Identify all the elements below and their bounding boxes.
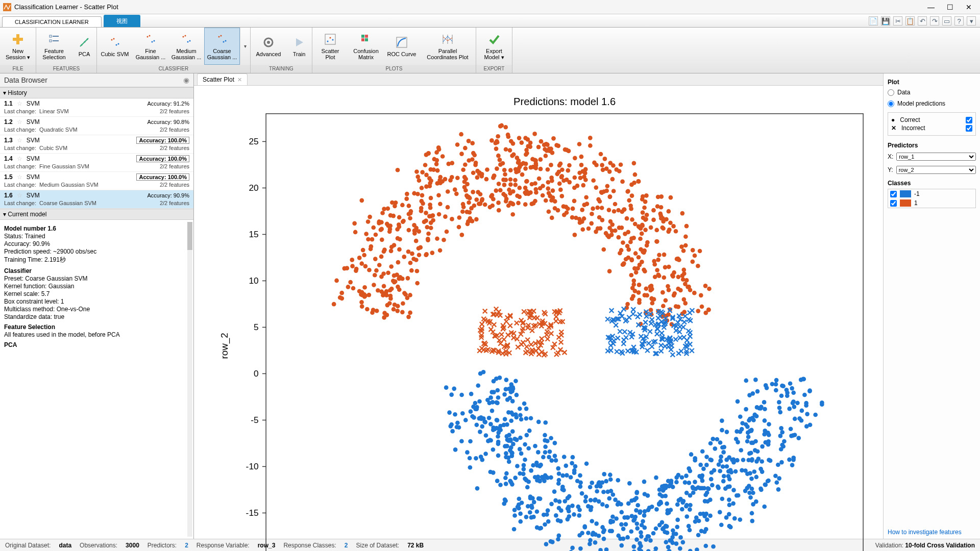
history-item-1.3[interactable]: 1.3☆SVMAccuracy: 100.0% Last change: Cub…	[0, 135, 193, 154]
history-list: 1.1☆SVMAccuracy: 91.2% Last change: Line…	[0, 98, 193, 209]
svg-point-1268	[760, 459, 764, 464]
radio-model-predictions[interactable]: Model predictions	[888, 100, 976, 107]
svg-point-278	[436, 193, 441, 197]
tab-classification-learner[interactable]: CLASSIFICATION LEARNER	[2, 16, 102, 27]
svg-point-1379	[807, 389, 812, 393]
svg-point-1431	[546, 508, 550, 513]
parallel-coords-button[interactable]: Parallel Coordinates Plot	[420, 28, 476, 65]
svg-point-544	[475, 176, 480, 180]
svg-point-773	[518, 165, 522, 169]
svg-point-1420	[602, 537, 606, 541]
star-icon[interactable]: ☆	[17, 155, 22, 162]
history-item-1.4[interactable]: 1.4☆SVMAccuracy: 100.0% Last change: Fin…	[0, 154, 193, 172]
svg-point-1071	[708, 514, 713, 518]
toolbar-icon-1[interactable]: 📄	[869, 16, 878, 26]
svg-point-890	[589, 498, 593, 503]
svg-point-942	[517, 496, 522, 501]
svg-point-1205	[447, 410, 452, 415]
toolbar-icon-2[interactable]: 💾	[881, 16, 890, 26]
checkbox-correct[interactable]	[966, 117, 972, 123]
svg-point-1162	[529, 468, 533, 473]
svg-point-1413	[627, 481, 632, 486]
toolbar-icon-7[interactable]: ▭	[942, 16, 951, 26]
redo-icon[interactable]: ↷	[930, 16, 939, 26]
pca-button[interactable]: PCA	[72, 28, 96, 65]
history-item-1.1[interactable]: 1.1☆SVMAccuracy: 91.2% Last change: Line…	[0, 98, 193, 117]
history-item-1.6[interactable]: 1.6☆SVMAccuracy: 90.9% Last change: Coar…	[0, 190, 193, 209]
x-predictor-select[interactable]: row_1	[896, 153, 976, 161]
svg-point-1453	[578, 480, 583, 485]
svg-point-682	[572, 176, 577, 180]
svg-point-1319	[695, 547, 699, 551]
star-icon[interactable]: ☆	[17, 100, 22, 107]
history-item-1.5[interactable]: 1.5☆SVMAccuracy: 100.0% Last change: Med…	[0, 172, 193, 190]
svg-point-1458	[496, 388, 500, 393]
star-icon[interactable]: ☆	[17, 118, 22, 126]
star-icon[interactable]: ☆	[17, 137, 22, 144]
star-icon[interactable]: ☆	[17, 192, 22, 199]
help-icon[interactable]: ?	[954, 16, 964, 26]
data-browser-options-icon[interactable]: ◉	[183, 76, 189, 84]
y-predictor-select[interactable]: row_2	[896, 166, 976, 174]
svg-point-589	[436, 145, 441, 150]
tab-view[interactable]: 视图	[104, 15, 140, 27]
svg-point-807	[465, 195, 470, 199]
train-button[interactable]: Train	[286, 28, 312, 65]
scatter-plot-tab[interactable]: Scatter Plot✕	[197, 73, 248, 85]
toolbar-dropdown-icon[interactable]: ▾	[967, 16, 976, 26]
classifier-coarse-gaussian[interactable]: Coarse Gaussian ...	[204, 28, 240, 65]
classifier-medium-gaussian[interactable]: Medium Gaussian ...	[168, 28, 204, 65]
toolbar-icon-3[interactable]: ✂	[893, 16, 902, 26]
svg-point-1461	[662, 484, 667, 488]
classifier-fine-gaussian[interactable]: Fine Gaussian ...	[133, 28, 168, 65]
investigate-features-link[interactable]: How to investigate features	[888, 524, 976, 536]
close-tab-icon[interactable]: ✕	[237, 77, 242, 83]
advanced-button[interactable]: Advanced	[251, 28, 286, 65]
scrollbar-thumb[interactable]	[187, 222, 192, 250]
svg-point-1511	[567, 505, 571, 509]
new-session-button[interactable]: New Session ▾	[0, 28, 36, 65]
svg-point-1076	[518, 413, 523, 417]
star-icon[interactable]: ☆	[17, 173, 22, 181]
svg-point-1469	[608, 472, 612, 477]
svg-point-798	[376, 288, 380, 293]
checkbox-incorrect[interactable]	[966, 125, 972, 132]
svg-point-226	[332, 302, 336, 307]
svg-point-704	[379, 274, 384, 279]
svg-point-1195	[480, 424, 484, 429]
svg-point-631	[629, 236, 634, 241]
svg-point-564	[656, 258, 660, 262]
minimize-icon[interactable]: —	[927, 3, 935, 11]
export-model-button[interactable]: Export Model ▾	[476, 28, 512, 65]
svg-point-1094	[495, 418, 499, 422]
svg-point-1355	[518, 519, 523, 524]
classifier-dropdown[interactable]: ▾	[240, 28, 250, 65]
scrollbar[interactable]	[187, 222, 192, 537]
roc-curve-button[interactable]: ROC Curve	[384, 28, 420, 65]
svg-point-598	[374, 233, 378, 237]
svg-point-1416	[535, 509, 540, 514]
feature-selection-button[interactable]: Feature Selection	[36, 28, 72, 65]
svg-point-474	[625, 189, 630, 194]
radio-data[interactable]: Data	[888, 89, 976, 96]
checkbox-class-pos1[interactable]	[890, 200, 897, 207]
svg-point-1396	[735, 458, 740, 463]
history-header[interactable]: ▾ History	[0, 87, 193, 98]
maximize-icon[interactable]: ☐	[947, 3, 953, 11]
svg-point-910	[732, 516, 737, 521]
svg-point-177	[471, 170, 476, 175]
svg-point-599	[438, 175, 443, 180]
undo-icon[interactable]: ↶	[918, 16, 927, 26]
history-item-1.2[interactable]: 1.2☆SVMAccuracy: 90.8% Last change: Quad…	[0, 117, 193, 135]
scatter-chart[interactable]: Predictions: model 1.6-20-10010203040-20…	[214, 91, 878, 551]
confusion-matrix-button[interactable]: Confusion Matrix	[348, 28, 384, 65]
class-row-neg1[interactable]: -1	[888, 189, 975, 198]
toolbar-icon-4[interactable]: 📋	[905, 16, 915, 26]
current-model-header[interactable]: ▾ Current model	[0, 209, 193, 220]
close-icon[interactable]: ✕	[966, 3, 972, 11]
checkbox-class-neg1[interactable]	[890, 191, 897, 197]
class-row-pos1[interactable]: 1	[888, 198, 975, 208]
scatter-plot-button[interactable]: Scatter Plot	[312, 28, 348, 65]
classifier-cubic-svm[interactable]: Cubic SVM	[97, 28, 133, 65]
svg-point-1370	[693, 458, 697, 463]
